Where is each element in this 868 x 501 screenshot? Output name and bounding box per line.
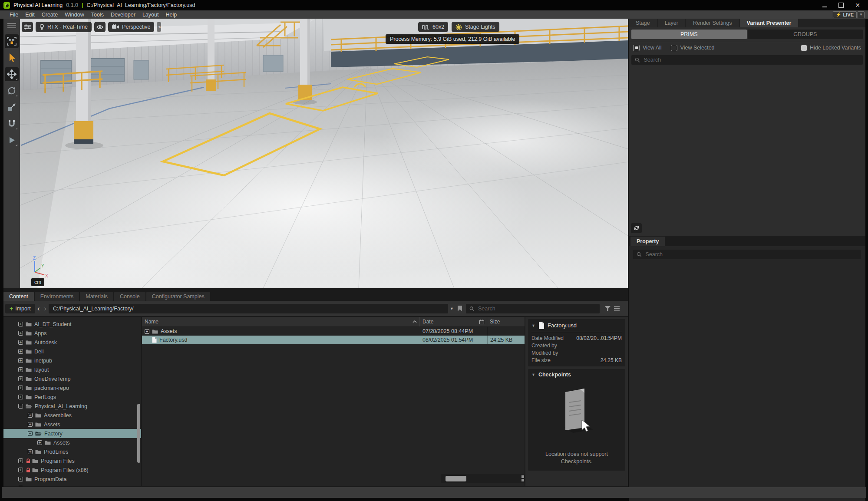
variant-search-input[interactable] [643, 56, 859, 63]
content-search-input[interactable] [477, 305, 596, 312]
collapse-caret-icon[interactable]: ▼ [531, 323, 535, 328]
expander-icon[interactable]: + [18, 367, 23, 372]
menu-file[interactable]: File [6, 10, 22, 19]
tree-item-program-files-x86[interactable]: +Program Files (x86) [3, 465, 141, 475]
tab-variant-presenter[interactable]: Variant Presenter [740, 19, 799, 27]
expander-icon[interactable]: + [18, 358, 23, 363]
selection-mode-button[interactable] [5, 34, 19, 48]
expander-icon[interactable]: + [18, 477, 23, 481]
bookmark-icon[interactable] [455, 306, 464, 312]
camera-selector-button[interactable]: Perspective [108, 22, 154, 32]
resolution-badge[interactable]: 60x2 [418, 22, 448, 32]
visibility-button[interactable] [94, 22, 106, 32]
scale-tool-button[interactable] [5, 100, 19, 114]
viewport-settings-button[interactable] [22, 22, 33, 32]
view-selected-radio[interactable] [671, 45, 677, 51]
expander-icon[interactable]: + [145, 329, 149, 334]
tab-configurator-samples[interactable]: Configurator Samples [146, 292, 210, 301]
tab-property[interactable]: Property [630, 237, 665, 246]
tab-stage[interactable]: Stage [629, 19, 657, 27]
tree-item-factory[interactable]: −Factory [3, 429, 141, 438]
expander-icon[interactable]: + [18, 468, 23, 472]
expander-icon[interactable]: + [28, 449, 33, 454]
tree-item-onedrivetemp[interactable]: +OneDriveTemp [3, 374, 141, 383]
viewport[interactable]: RTX - Real-Time Perspective ›› [20, 19, 628, 288]
tree-item-autodesk[interactable]: +Autodesk [3, 338, 141, 347]
menu-developer[interactable]: Developer [107, 10, 139, 19]
tree-item-inetpub[interactable]: +inetpub [3, 356, 141, 365]
variant-search[interactable] [631, 55, 863, 65]
snap-tool-button[interactable] [5, 117, 19, 131]
thumbnail-size-slider[interactable] [441, 474, 525, 483]
collapse-caret-icon[interactable]: ▼ [531, 372, 535, 377]
path-dropdown-button[interactable]: ▼ [448, 307, 455, 311]
grid-view-icon[interactable] [521, 475, 525, 481]
tab-environments[interactable]: Environments [35, 292, 79, 301]
tab-materials[interactable]: Materials [80, 292, 113, 301]
expander-icon[interactable]: + [18, 322, 23, 326]
tree-item-ai-dt-student[interactable]: +AI_DT_Student [3, 320, 141, 329]
filter-icon[interactable] [603, 306, 612, 311]
tree-item-layout[interactable]: +layout [3, 365, 141, 374]
tree-item-perflogs[interactable]: +PerfLogs [3, 392, 141, 402]
column-header-size[interactable]: Size [487, 317, 525, 326]
expander-icon[interactable]: + [18, 331, 23, 336]
tree-item-program-files[interactable]: +Program Files [3, 456, 141, 465]
tree-item-apps[interactable]: +Apps [3, 329, 141, 338]
tree-item-prodlines[interactable]: +ProdLines [3, 447, 141, 456]
axis-gizmo[interactable]: Z X Y [29, 256, 49, 280]
tab-content[interactable]: Content [3, 292, 34, 301]
menu-layout[interactable]: Layout [139, 10, 162, 19]
menu-help[interactable]: Help [162, 10, 180, 19]
expander-icon[interactable]: + [18, 395, 23, 399]
select-tool-button[interactable] [5, 51, 19, 65]
column-header-date[interactable]: Date [420, 317, 487, 326]
menu-window[interactable]: Window [61, 10, 87, 19]
tree-item-item[interactable]: + [3, 484, 141, 486]
tree-item-assets[interactable]: +Assets [3, 420, 141, 429]
forward-button[interactable]: › [42, 304, 49, 313]
property-search[interactable] [633, 250, 861, 259]
tree-item-packman-repo[interactable]: +packman-repo [3, 383, 141, 392]
view-all-radio[interactable] [633, 45, 640, 51]
play-button[interactable] [5, 133, 19, 147]
path-field[interactable]: C:/Physical_AI_Learning/Factory/ [49, 304, 448, 313]
expander-icon[interactable]: + [18, 340, 23, 345]
menu-tools[interactable]: Tools [88, 10, 107, 19]
rotate-tool-button[interactable] [5, 84, 19, 98]
import-button[interactable]: + Import [5, 304, 35, 313]
renderer-selector-button[interactable]: RTX - Real-Time [36, 22, 92, 32]
tree-scrollbar[interactable] [137, 404, 140, 463]
tree-item-dell[interactable]: +Dell [3, 347, 141, 356]
column-header-name[interactable]: Name [142, 317, 420, 326]
expander-icon[interactable]: + [18, 349, 23, 354]
groups-segment-button[interactable]: GROUPS [748, 30, 863, 39]
live-dropdown-button[interactable]: ▼ [858, 11, 865, 18]
expander-icon[interactable]: + [28, 422, 33, 427]
expander-icon[interactable]: + [18, 386, 23, 390]
toolbar-grip-handle[interactable] [7, 23, 16, 28]
file-row-assets[interactable]: +Assets07/28/2025 08:44PM [142, 327, 525, 336]
tree-item-programdata[interactable]: +ProgramData [3, 475, 141, 484]
expander-icon[interactable]: + [28, 413, 33, 418]
content-search[interactable] [466, 304, 600, 313]
expander-icon[interactable]: − [28, 431, 33, 436]
toolbar-expand-chevrons[interactable]: ›› [157, 22, 161, 32]
view-options-icon[interactable] [612, 306, 621, 311]
slider-handle[interactable] [446, 476, 466, 481]
stage-lights-button[interactable]: Stage Lights [452, 22, 499, 32]
tree-item-assets[interactable]: +Assets [3, 438, 141, 447]
file-row-factory-usd[interactable]: Factory.usd08/02/2025 01:54PM24.25 KB [142, 336, 525, 344]
maximize-button[interactable] [838, 3, 844, 8]
tree-item-assemblies[interactable]: +Assemblies [3, 411, 141, 420]
expander-icon[interactable]: + [18, 486, 23, 486]
live-button[interactable]: ⚡ LIVE [833, 11, 857, 18]
expander-icon[interactable]: − [18, 404, 23, 409]
expander-icon[interactable]: + [37, 440, 42, 445]
tab-console[interactable]: Console [114, 292, 145, 301]
minimize-button[interactable] [822, 3, 827, 7]
tree-item-physical-ai-learning[interactable]: −Physical_AI_Learning [3, 402, 141, 411]
move-tool-button[interactable] [5, 67, 19, 81]
menu-create[interactable]: Create [38, 10, 62, 19]
hide-locked-checkbox[interactable] [801, 45, 807, 51]
